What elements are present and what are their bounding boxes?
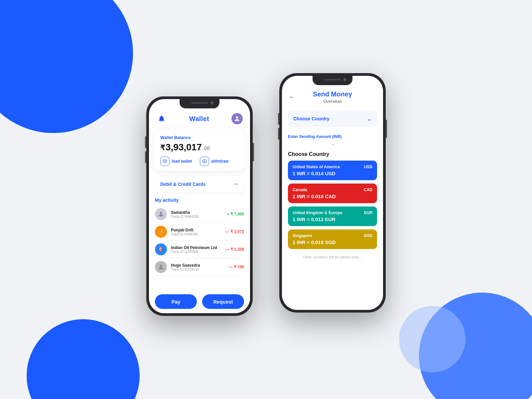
usa-rate: 1 INR = 0.014 USD bbox=[293, 171, 372, 176]
hugo-amount: — ₹ 789 bbox=[228, 265, 244, 269]
svg-point-3 bbox=[160, 212, 162, 214]
send-money-screen: ← Send Money Overseas Choose Country ⌄ E… bbox=[282, 76, 383, 310]
canada-rate: 1 INR = 0.018 CAD bbox=[293, 194, 372, 199]
vol-down-button bbox=[145, 151, 146, 163]
hugo-trans: Trans ID W314138 bbox=[171, 268, 224, 271]
samantha-avatar bbox=[155, 208, 167, 220]
send-money-content: ← Send Money Overseas Choose Country ⌄ E… bbox=[282, 76, 383, 310]
vol-down-button-2 bbox=[278, 128, 279, 140]
speaker-2 bbox=[324, 79, 341, 80]
activity-section: My activity Samantha Trans ID W484289 + … bbox=[149, 195, 250, 277]
oil-avatar: ⛽ bbox=[155, 243, 167, 255]
usa-code: USD bbox=[364, 165, 372, 169]
canada-name: Canada bbox=[293, 188, 307, 192]
hugo-name: Hugo Saavedra bbox=[171, 263, 224, 268]
other-countries-label: Other countries will be added soon... bbox=[282, 252, 383, 264]
wallet-balance-label: Wallet Balance bbox=[160, 135, 239, 140]
hugo-avatar bbox=[155, 261, 167, 273]
bell-icon[interactable] bbox=[156, 113, 167, 124]
speaker bbox=[191, 102, 208, 104]
samantha-amount: + ₹ 7,000 bbox=[227, 212, 244, 216]
send-money-subtitle: Overseas bbox=[313, 99, 352, 104]
camera-2 bbox=[343, 78, 346, 81]
uk-name: United Kingdom & Europe bbox=[293, 210, 342, 215]
choose-country-panel-title: Choose Country bbox=[282, 148, 383, 161]
load-wallet-button[interactable]: load wallet bbox=[160, 157, 192, 166]
svg-point-0 bbox=[236, 116, 238, 119]
load-wallet-label: load wallet bbox=[172, 159, 192, 164]
rupee-symbol: ₹ bbox=[160, 144, 165, 152]
notch bbox=[180, 99, 219, 108]
singapore-card-header: Singapore SGD bbox=[293, 233, 372, 238]
oil-amount: — ₹ 1,358 bbox=[225, 247, 244, 252]
wallet-screen-content: Wallet Wallet Balance ₹ 3,93,017 .00 bbox=[149, 99, 250, 313]
uk-card-header: United Kingdom & Europe EUR bbox=[293, 210, 372, 215]
vol-up-button-2 bbox=[278, 113, 279, 125]
activity-item[interactable]: ⛽ Indian Oil Petroleum Ltd Trans ID Q435… bbox=[155, 241, 244, 258]
canada-card-header: Canada CAD bbox=[293, 188, 372, 192]
debit-credit-row[interactable]: Debit & Credit Cards → bbox=[154, 176, 245, 192]
uk-rate: 1 INR = 0.012 EUR bbox=[293, 216, 372, 222]
notch-2 bbox=[313, 76, 352, 85]
country-card-uk[interactable]: United Kingdom & Europe EUR 1 INR = 0.01… bbox=[288, 206, 377, 226]
singapore-name: Singapore bbox=[293, 233, 312, 238]
country-card-usa[interactable]: United States of America USD 1 INR = 0.0… bbox=[288, 161, 377, 180]
user-avatar[interactable] bbox=[231, 113, 243, 124]
request-button[interactable]: Request bbox=[202, 294, 244, 309]
samantha-info: Samantha Trans ID W484289 bbox=[171, 210, 223, 218]
wallet-amount: ₹ 3,93,017 .00 bbox=[160, 142, 239, 153]
pay-button[interactable]: Pay bbox=[155, 294, 197, 309]
camera bbox=[210, 101, 213, 104]
send-header: ← Send Money Overseas bbox=[282, 86, 383, 106]
debit-arrow-icon: → bbox=[233, 181, 239, 188]
load-icon-box bbox=[160, 157, 170, 166]
punjab-info: Punjab Grill Trans ID R446390 bbox=[171, 228, 221, 236]
vol-up-button bbox=[145, 136, 146, 148]
wallet-header: Wallet bbox=[149, 110, 250, 127]
oil-name: Indian Oil Petroleum Ltd bbox=[171, 245, 221, 250]
choose-country-dropdown[interactable]: Choose Country ⌄ bbox=[288, 110, 377, 127]
punjab-trans: Trans ID R446390 bbox=[171, 232, 221, 236]
wallet-amount-cents: .00 bbox=[202, 146, 210, 152]
bottom-bar: Pay Request bbox=[149, 290, 250, 313]
wallet-screen: Wallet Wallet Balance ₹ 3,93,017 .00 bbox=[149, 99, 250, 313]
activity-title: My activity bbox=[155, 198, 244, 203]
sending-amount-label[interactable]: Enter Sending Amount (INR) bbox=[288, 132, 377, 140]
country-card-canada[interactable]: Canada CAD 1 INR = 0.018 CAD bbox=[288, 184, 377, 203]
country-card-singapore[interactable]: Singapore SGD 1 INR = 0.019 SGD bbox=[288, 229, 377, 249]
panel-arrow-icon: ⌄ bbox=[282, 140, 383, 147]
wallet-phone: Wallet Wallet Balance ₹ 3,93,017 .00 bbox=[146, 96, 253, 316]
choose-country-label: Choose Country bbox=[293, 116, 330, 121]
debit-credit-label: Debit & Credit Cards bbox=[160, 182, 206, 187]
power-button bbox=[253, 143, 254, 161]
canada-code: CAD bbox=[364, 188, 372, 192]
power-button-2 bbox=[386, 120, 387, 138]
singapore-code: SGD bbox=[364, 233, 372, 238]
withdraw-label: withdraw bbox=[211, 159, 228, 164]
send-money-title: Send Money bbox=[313, 90, 352, 98]
usa-name: United States of America bbox=[293, 165, 340, 169]
svg-point-4 bbox=[160, 265, 162, 267]
wallet-actions: load wallet withdraw bbox=[160, 157, 239, 166]
oil-info: Indian Oil Petroleum Ltd Trans ID Q43546… bbox=[171, 245, 221, 254]
usa-card-header: United States of America USD bbox=[293, 165, 372, 169]
country-dropdown-panel: Choose Country United States of America … bbox=[282, 148, 383, 310]
wallet-amount-main: 3,93,017 bbox=[166, 142, 202, 153]
wallet-balance-card: Wallet Balance ₹ 3,93,017 .00 bbox=[154, 130, 245, 171]
oil-trans: Trans ID Q435466 bbox=[171, 250, 221, 254]
dropdown-arrow-icon: ⌄ bbox=[367, 115, 372, 122]
samantha-trans: Trans ID W484289 bbox=[171, 215, 223, 218]
activity-item[interactable]: Hugo Saavedra Trans ID W314138 — ₹ 789 bbox=[155, 258, 244, 276]
activity-item[interactable]: Samantha Trans ID W484289 + ₹ 7,000 bbox=[155, 205, 244, 223]
punjab-name: Punjab Grill bbox=[171, 228, 221, 232]
activity-item[interactable]: 🍴 Punjab Grill Trans ID R446390 — ₹ 3,57… bbox=[155, 223, 244, 241]
punjab-avatar: 🍴 bbox=[155, 226, 167, 238]
punjab-amount: — ₹ 3,573 bbox=[225, 229, 244, 234]
uk-code: EUR bbox=[364, 210, 372, 215]
samantha-name: Samantha bbox=[171, 210, 223, 215]
back-arrow-icon[interactable]: ← bbox=[289, 94, 295, 101]
hugo-info: Hugo Saavedra Trans ID W314138 bbox=[171, 263, 224, 271]
withdraw-button[interactable]: withdraw bbox=[200, 157, 228, 166]
phones-container: Wallet Wallet Balance ₹ 3,93,017 .00 bbox=[0, 0, 532, 399]
singapore-rate: 1 INR = 0.019 SGD bbox=[293, 239, 372, 245]
